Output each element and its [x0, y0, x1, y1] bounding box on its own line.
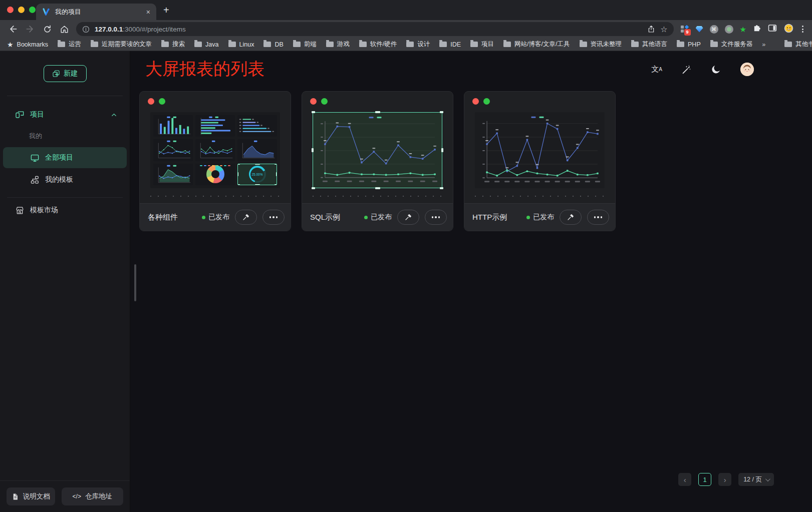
close-window-icon[interactable]: [7, 7, 14, 13]
extensions-puzzle-icon[interactable]: [753, 24, 761, 35]
bookmark-item[interactable]: PHP: [677, 41, 701, 48]
ellipsis-dot: [276, 216, 278, 218]
sidebar-section-project[interactable]: 项目: [0, 103, 130, 126]
prev-page-button[interactable]: ‹: [678, 473, 691, 486]
project-icon: [15, 110, 25, 120]
language-icon[interactable]: 文A: [651, 65, 662, 74]
page-size-select[interactable]: 12 / 页: [738, 473, 774, 486]
bookmark-label: DB: [275, 41, 283, 48]
mini-chart: 25.00%: [237, 164, 277, 185]
sidebar-item-template-market[interactable]: 模板市场: [0, 199, 130, 222]
bookmark-item[interactable]: 网站/博客/文章/工具: [503, 40, 570, 49]
bookmark-item[interactable]: 资讯未整理: [580, 40, 622, 49]
share-icon[interactable]: [647, 25, 655, 33]
status-dot: [526, 216, 530, 219]
edit-button[interactable]: [235, 210, 257, 225]
bookmark-item[interactable]: 其他语言: [631, 40, 667, 49]
bookmark-item[interactable]: 文件服务器: [710, 40, 753, 49]
project-name: SQL示例: [310, 213, 340, 222]
star-extension-icon[interactable]: ★: [740, 26, 746, 33]
bookmark-item[interactable]: Java: [194, 41, 218, 48]
bookmark-item[interactable]: 项目: [470, 40, 494, 49]
current-page[interactable]: 1: [698, 473, 711, 486]
scrollbar-thumb[interactable]: [134, 264, 136, 301]
sidebar-item-my-templates[interactable]: 我的模板: [3, 169, 127, 190]
more-button[interactable]: [262, 210, 285, 225]
command-extension-icon[interactable]: ⌘: [710, 25, 718, 34]
ellipsis-dot: [438, 216, 440, 218]
back-icon[interactable]: [6, 22, 20, 36]
resize-handle: [440, 187, 443, 189]
maximize-window-icon[interactable]: [29, 7, 36, 13]
project-thumbnail[interactable]: [475, 112, 605, 188]
site-info-icon[interactable]: [82, 26, 90, 33]
document-icon: [12, 493, 19, 500]
resize-handle: [276, 172, 277, 176]
sidebar-item-all-projects[interactable]: 全部项目: [3, 147, 127, 168]
dotted-separator: [313, 196, 442, 197]
gauge-value: 25.00%: [251, 173, 262, 176]
minimize-window-icon[interactable]: [18, 7, 25, 13]
bookmarks-root[interactable]: ★ Bookmarks: [7, 41, 48, 49]
url-text: 127.0.0.1:3000/#/project/items: [95, 26, 642, 33]
forward-icon[interactable]: [23, 22, 37, 36]
project-thumbnail[interactable]: 25.00%: [150, 112, 280, 188]
bookmark-item[interactable]: Linux: [228, 41, 254, 48]
docs-button[interactable]: 说明文档: [7, 487, 55, 505]
folder-icon: [784, 42, 792, 47]
edit-button[interactable]: [560, 210, 582, 225]
mini-chart: [237, 139, 277, 161]
tab-manager-extension-icon[interactable]: 9: [681, 25, 689, 34]
edit-button[interactable]: [397, 210, 419, 225]
new-tab-button[interactable]: +: [163, 5, 169, 16]
project-card[interactable]: 25.00%各种组件已发布: [139, 91, 291, 231]
bookmark-item[interactable]: 游戏: [326, 40, 350, 49]
gem-extension-icon[interactable]: [696, 26, 703, 33]
ellipsis-dot: [597, 216, 599, 218]
tab-close-icon[interactable]: ×: [146, 8, 150, 16]
project-card[interactable]: SQL示例已发布: [302, 91, 453, 231]
home-icon[interactable]: [57, 22, 71, 36]
bookmarks-overflow-chevron[interactable]: »: [762, 41, 765, 48]
bookmark-item[interactable]: 前端: [293, 40, 317, 49]
bookmark-item[interactable]: 运营: [58, 40, 81, 49]
bookmark-item[interactable]: 近期需要读的文章: [91, 40, 152, 49]
resize-handle: [237, 164, 240, 165]
magic-wand-icon[interactable]: [681, 64, 692, 75]
ellipsis-dot: [601, 216, 603, 218]
user-avatar[interactable]: [740, 63, 754, 76]
next-page-button[interactable]: ›: [718, 473, 731, 486]
mini-chart: [195, 139, 235, 161]
other-bookmarks[interactable]: 其他书签: [784, 40, 812, 49]
folder-icon: [580, 42, 587, 47]
dark-mode-moon-icon[interactable]: [711, 64, 721, 75]
folder-icon: [439, 42, 447, 47]
repo-button[interactable]: </> 仓库地址: [62, 487, 123, 505]
resize-handle: [441, 148, 443, 152]
side-panel-icon[interactable]: [768, 24, 777, 34]
profile-avatar-icon[interactable]: [783, 23, 794, 36]
pagination: ‹ 1 › 12 / 页: [678, 473, 774, 486]
reload-icon[interactable]: [40, 22, 54, 36]
chrome-menu-icon[interactable]: [800, 26, 805, 33]
new-project-button[interactable]: 新建: [44, 65, 87, 82]
bookmark-item[interactable]: 软件/硬件: [359, 40, 397, 49]
bookmark-item[interactable]: 搜索: [161, 40, 185, 49]
main-area: 大屏报表的列表 文A 25.00%各种组件已发布SQL示例已发布HTTP示例已发…: [130, 51, 812, 512]
project-card[interactable]: HTTP示例已发布: [464, 91, 616, 231]
donut-legend: [198, 165, 232, 167]
project-thumbnail[interactable]: [313, 112, 442, 188]
bookmark-item[interactable]: DB: [263, 41, 283, 48]
bookmark-item[interactable]: IDE: [439, 41, 461, 48]
folder-icon: [470, 42, 478, 47]
recorder-extension-icon[interactable]: [725, 25, 733, 34]
bookmark-star-icon[interactable]: ☆: [660, 25, 667, 34]
more-button[interactable]: [425, 210, 447, 225]
bookmarks-bar: ★ Bookmarks 运营近期需要读的文章搜索JavaLinuxDB前端游戏软…: [0, 38, 812, 51]
bookmark-item[interactable]: 设计: [406, 40, 430, 49]
window-dot-green-icon: [483, 98, 490, 105]
more-button[interactable]: [587, 210, 609, 225]
address-bar[interactable]: 127.0.0.1:3000/#/project/items ☆: [76, 22, 674, 36]
dotted-separator: [475, 196, 605, 197]
browser-tab[interactable]: 我的项目 ×: [36, 4, 156, 20]
